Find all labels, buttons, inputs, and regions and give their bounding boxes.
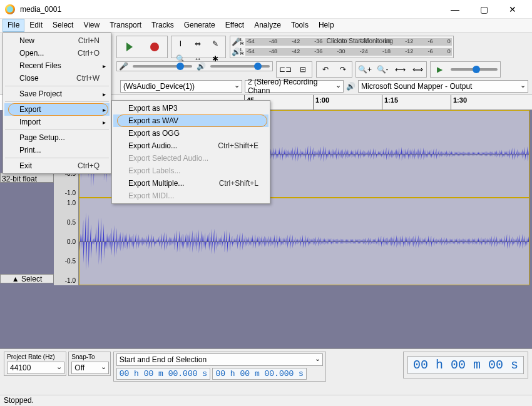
mic-icon: 🎤 (232, 38, 240, 46)
recording-device-value: (WsAudio_Device(1)) (123, 82, 195, 91)
play-icon (126, 43, 133, 51)
export-menu-export-as-mp-[interactable]: Export as MP3 (113, 102, 269, 114)
export-menu-export-audio-[interactable]: Export Audio...Ctrl+Shift+E (113, 140, 269, 152)
track-format-label: 32-bit float (0, 173, 54, 183)
envelope-tool-button[interactable]: ⇔ (189, 36, 207, 51)
fit-project-button[interactable]: ⟺ (409, 62, 426, 77)
menu-effect[interactable]: Effect (220, 19, 249, 32)
draw-tool-button[interactable]: ✎ (207, 36, 224, 51)
minimize-button[interactable]: — (441, 0, 469, 19)
snap-to-value: Off (74, 363, 84, 372)
file-menu-new[interactable]: NewCtrl+N (4, 34, 110, 47)
file-menu-dropdown: NewCtrl+NOpen...Ctrl+ORecent FilesCloseC… (3, 33, 111, 174)
export-submenu: Export as MP3Export as WAVExport as OGGE… (111, 100, 270, 204)
close-button[interactable]: ✕ (498, 0, 527, 19)
meter-hint: Click to Start Monitoring (327, 38, 393, 44)
status-bar: Stopped. (0, 395, 532, 406)
project-rate-label: Project Rate (Hz) (7, 353, 63, 360)
window-title: media_0001 (20, 5, 441, 14)
selection-end-time[interactable]: 00 h 00 m 00.000 s (212, 368, 306, 380)
menu-tracks[interactable]: Tracks (146, 19, 179, 32)
recording-channels-combo[interactable]: 2 (Stereo) Recording Chann (245, 80, 344, 93)
recording-meter[interactable]: -54-48-42-36-30-24-18-12-60 Click to Sta… (245, 38, 452, 46)
selection-mode-combo[interactable]: Start and End of Selection (116, 353, 323, 366)
ruler-tick: 1:30 (451, 95, 467, 109)
menu-transport[interactable]: Transport (105, 19, 146, 32)
export-menu-export-selected-audio-: Export Selected Audio... (113, 152, 269, 165)
mic-small-icon: 🎤 (117, 62, 130, 71)
record-button[interactable] (142, 36, 167, 58)
play-at-speed-button[interactable]: ▶ (431, 62, 448, 77)
play-button[interactable] (117, 36, 142, 58)
project-rate-combo[interactable]: 44100 (7, 362, 64, 374)
trim-button[interactable]: ⊏⊐ (277, 62, 294, 77)
menu-file[interactable]: File (3, 19, 24, 32)
output-speaker-icon: 🔊 (346, 82, 356, 91)
audio-position-time[interactable]: 00 h 00 m 00 s (407, 356, 524, 374)
snap-to-combo[interactable]: Off (71, 362, 109, 374)
fit-selection-button[interactable]: ⟷ (391, 62, 409, 77)
track-scale-lower: 1.00.50.0-0.5-1.0 (54, 198, 79, 285)
file-menu-close[interactable]: CloseCtrl+W (4, 72, 110, 84)
playback-device-value: Microsoft Sound Mapper - Output (361, 82, 472, 91)
export-menu-export-multiple-[interactable]: Export Multiple...Ctrl+Shift+L (113, 177, 269, 190)
file-menu-exit[interactable]: ExitCtrl+Q (4, 160, 110, 172)
meter-lr-label-2: LR (240, 48, 245, 56)
selection-start-time[interactable]: 00 h 00 m 00.000 s (116, 368, 210, 380)
maximize-button[interactable]: ▢ (469, 0, 498, 19)
project-rate-value: 44100 (10, 363, 31, 372)
meter-lr-label: LR (240, 38, 245, 46)
file-menu-save-project[interactable]: Save Project (4, 88, 110, 100)
ruler-tick: 1:15 (382, 95, 398, 109)
speaker-icon: 🔊 (232, 48, 240, 56)
track-select-button[interactable]: ▲ Select (0, 274, 54, 283)
file-menu-print-[interactable]: Print... (4, 144, 110, 156)
selection-tool-button[interactable]: I (171, 36, 189, 51)
export-menu-export-as-wav[interactable]: Export as WAV (113, 114, 269, 127)
menu-edit[interactable]: Edit (24, 19, 48, 32)
file-menu-page-setup-[interactable]: Page Setup... (4, 131, 110, 144)
app-logo-icon (5, 4, 15, 14)
speaker-small-icon: 🔊 (195, 62, 208, 71)
undo-button[interactable]: ↶ (317, 62, 334, 77)
window-controls: — ▢ ✕ (441, 0, 527, 19)
export-menu-export-midi-: Export MIDI... (113, 190, 269, 202)
playback-meter[interactable]: -54-48-42-36-30-24-18-12-60 (245, 48, 452, 56)
menu-analyze[interactable]: Analyze (249, 19, 286, 32)
ruler-tick: 1:00 (313, 95, 329, 109)
recording-volume-slider[interactable] (133, 65, 192, 68)
menubar: FileEditSelectViewTransportTracksGenerat… (0, 19, 532, 33)
menu-select[interactable]: Select (48, 19, 78, 32)
selection-mode-value: Start and End of Selection (120, 355, 207, 364)
record-icon (150, 43, 159, 51)
selection-toolbar: Project Rate (Hz) 44100 Snap-To Off Star… (0, 348, 532, 395)
file-menu-open-[interactable]: Open...Ctrl+O (4, 47, 110, 59)
file-menu-import[interactable]: Import (4, 116, 110, 128)
menu-generate[interactable]: Generate (179, 19, 220, 32)
silence-button[interactable]: ⊟ (294, 62, 312, 77)
menu-tools[interactable]: Tools (286, 19, 314, 32)
redo-button[interactable]: ↷ (334, 62, 352, 77)
zoom-out-button[interactable]: 🔍- (374, 62, 391, 77)
zoom-in-button[interactable]: 🔍+ (356, 62, 374, 77)
playback-volume-slider[interactable] (210, 65, 270, 68)
playback-device-combo[interactable]: Microsoft Sound Mapper - Output (358, 80, 528, 93)
recording-device-combo[interactable]: (WsAudio_Device(1)) (120, 80, 242, 93)
status-text: Stopped. (4, 396, 34, 405)
file-menu-recent-files[interactable]: Recent Files (4, 59, 110, 72)
play-speed-slider[interactable] (451, 68, 498, 71)
snap-to-label: Snap-To (71, 353, 108, 360)
file-menu-export[interactable]: Export (4, 103, 110, 116)
menu-view[interactable]: View (78, 19, 105, 32)
waveform-lower[interactable] (79, 198, 529, 285)
export-menu-export-labels-: Export Labels... (113, 165, 269, 177)
menu-help[interactable]: Help (314, 19, 339, 32)
recording-channels-value: 2 (Stereo) Recording Chann (248, 78, 334, 95)
export-menu-export-as-ogg[interactable]: Export as OGG (113, 127, 269, 140)
titlebar: media_0001 — ▢ ✕ (0, 0, 532, 19)
